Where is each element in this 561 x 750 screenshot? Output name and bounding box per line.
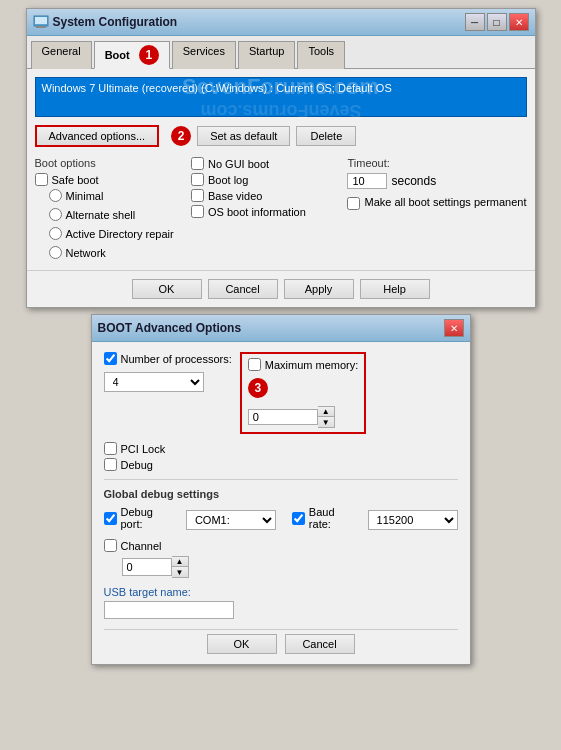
processors-col: Number of processors: 4 1 2 <box>104 352 232 392</box>
pci-lock-label: PCI Lock <box>121 443 166 455</box>
usb-target-input[interactable] <box>104 601 234 619</box>
boot-options-left: Boot options Safe boot Minimal Alternate… <box>35 157 181 262</box>
alternate-shell-label: Alternate shell <box>66 209 136 221</box>
boot-advanced-close-button[interactable]: ✕ <box>444 319 464 337</box>
boot-advanced-title-controls: ✕ <box>444 319 464 337</box>
baud-rate-label: Baud rate: <box>309 506 360 530</box>
delete-button[interactable]: Delete <box>296 126 356 146</box>
debug-label: Debug <box>121 459 153 471</box>
apply-button[interactable]: Apply <box>284 279 354 299</box>
network-row: Network <box>49 246 181 259</box>
no-gui-checkbox[interactable] <box>191 157 204 170</box>
channel-label: Channel <box>121 540 162 552</box>
make-permanent-checkbox[interactable] <box>347 197 360 210</box>
memory-up-button[interactable]: ▲ <box>318 407 334 417</box>
pci-lock-checkbox[interactable] <box>104 442 117 455</box>
cancel-button[interactable]: Cancel <box>208 279 278 299</box>
baud-rate-checkbox[interactable] <box>292 512 305 525</box>
tab-startup[interactable]: Startup <box>238 41 295 69</box>
safe-boot-label: Safe boot <box>52 174 99 186</box>
timeout-input[interactable] <box>347 173 387 189</box>
channel-input[interactable] <box>122 558 172 576</box>
channel-checkbox[interactable] <box>104 539 117 552</box>
set-default-button[interactable]: Set as default <box>197 126 290 146</box>
dialog-buttons: OK Cancel Apply Help <box>27 270 535 307</box>
processors-select[interactable]: 4 1 2 <box>104 372 204 392</box>
max-memory-spinner: ▲ ▼ <box>248 406 359 428</box>
boot-options-right: No GUI boot Boot log Base video OS boot … <box>191 157 337 218</box>
advanced-options-button[interactable]: Advanced options... <box>35 125 160 147</box>
boot-log-label: Boot log <box>208 174 248 186</box>
active-directory-row: Active Directory repair <box>49 227 181 240</box>
os-entry-text: Windows 7 Ultimate (recovered) (C:\Windo… <box>42 82 392 94</box>
os-boot-info-label: OS boot information <box>208 206 306 218</box>
action-buttons-row: Advanced options... 2 Set as default Del… <box>35 125 527 147</box>
system-icon <box>33 14 49 30</box>
max-memory-label: Maximum memory: <box>265 359 359 371</box>
step3-badge: 3 <box>248 378 268 398</box>
title-bar: System Configuration ─ □ ✕ <box>27 9 535 36</box>
active-directory-radio[interactable] <box>49 227 62 240</box>
num-processors-row: Number of processors: <box>104 352 232 365</box>
timeout-section: Timeout: seconds Make all boot settings … <box>347 157 526 262</box>
make-permanent-label: Make all boot settings permanent <box>364 195 526 209</box>
make-permanent-section: Make all boot settings permanent <box>347 195 526 210</box>
channel-spinner: ▲ ▼ <box>122 556 458 578</box>
base-video-checkbox[interactable] <box>191 189 204 202</box>
window-title: System Configuration <box>53 15 178 29</box>
memory-down-button[interactable]: ▼ <box>318 417 334 427</box>
num-processors-checkbox[interactable] <box>104 352 117 365</box>
tab-tools[interactable]: Tools <box>297 41 345 69</box>
network-radio[interactable] <box>49 246 62 259</box>
help-button[interactable]: Help <box>360 279 430 299</box>
no-gui-label: No GUI boot <box>208 158 269 170</box>
base-video-row: Base video <box>191 189 337 202</box>
tab-services[interactable]: Services <box>172 41 236 69</box>
os-list[interactable]: Windows 7 Ultimate (recovered) (C:\Windo… <box>35 77 527 117</box>
svg-rect-1 <box>36 26 46 28</box>
tab-bar: General Boot 1 Services Startup Tools <box>27 36 535 69</box>
minimize-button[interactable]: ─ <box>465 13 485 31</box>
usb-target-label-row: USB target name: <box>104 586 458 598</box>
divider <box>104 479 458 480</box>
channel-row: Channel <box>104 539 458 552</box>
boot-options-section: Boot options Safe boot Minimal Alternate… <box>35 157 527 262</box>
ok-button[interactable]: OK <box>132 279 202 299</box>
maximize-button[interactable]: □ <box>487 13 507 31</box>
boot-advanced-title: BOOT Advanced Options <box>98 321 242 335</box>
memory-spinner-buttons: ▲ ▼ <box>318 406 335 428</box>
tab-general[interactable]: General <box>31 41 92 69</box>
boot-log-checkbox[interactable] <box>191 173 204 186</box>
channel-up-button[interactable]: ▲ <box>172 557 188 567</box>
no-gui-row: No GUI boot <box>191 157 337 170</box>
debug-port-select[interactable]: COM1: COM2: <box>186 510 276 530</box>
baud-rate-select[interactable]: 115200 9600 19200 <box>368 510 458 530</box>
close-button[interactable]: ✕ <box>509 13 529 31</box>
title-bar-left: System Configuration <box>33 14 178 30</box>
watermark-mirrored: SevenForums.com <box>182 100 379 121</box>
alternate-shell-radio[interactable] <box>49 208 62 221</box>
max-memory-checkbox[interactable] <box>248 358 261 371</box>
boot-advanced-ok-button[interactable]: OK <box>207 634 277 654</box>
alternate-shell-row: Alternate shell <box>49 208 181 221</box>
tab-boot[interactable]: Boot 1 <box>94 41 170 69</box>
minimal-radio[interactable] <box>49 189 62 202</box>
debug-checkbox[interactable] <box>104 458 117 471</box>
step1-badge: 1 <box>139 45 159 65</box>
processors-memory-row: Number of processors: 4 1 2 Maximum memo… <box>104 352 458 434</box>
global-debug-label: Global debug settings <box>104 488 458 500</box>
boot-advanced-cancel-button[interactable]: Cancel <box>285 634 355 654</box>
boot-advanced-title-bar: BOOT Advanced Options ✕ <box>92 315 470 342</box>
channel-down-button[interactable]: ▼ <box>172 567 188 577</box>
watermark: SevenForums.com SevenForums.com <box>182 74 379 121</box>
os-boot-info-checkbox[interactable] <box>191 205 204 218</box>
timeout-unit: seconds <box>391 174 436 188</box>
max-memory-input[interactable] <box>248 409 318 425</box>
debug-port-checkbox[interactable] <box>104 512 117 525</box>
boot-log-row: Boot log <box>191 173 337 186</box>
safe-boot-options: Minimal Alternate shell Active Directory… <box>49 189 181 262</box>
max-memory-group: Maximum memory: 3 ▲ ▼ <box>240 352 367 434</box>
system-config-window: System Configuration ─ □ ✕ General Boot … <box>26 8 536 308</box>
safe-boot-checkbox[interactable] <box>35 173 48 186</box>
boot-advanced-content: Number of processors: 4 1 2 Maximum memo… <box>92 342 470 664</box>
